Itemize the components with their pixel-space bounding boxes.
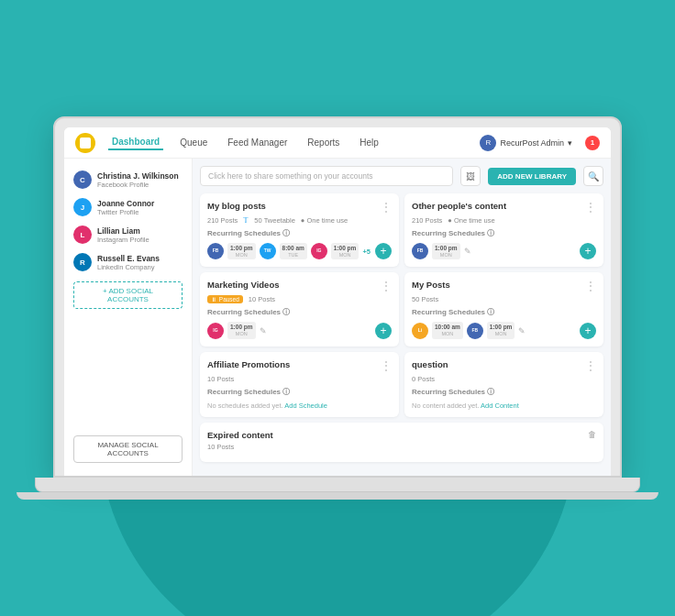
manage-social-accounts-button[interactable]: MANAGE SOCIAL ACCOUNTS — [73, 435, 183, 463]
notification-badge[interactable]: 1 — [585, 136, 600, 150]
delete-icon[interactable]: 🗑 — [588, 430, 596, 439]
image-icon[interactable]: 🖼 — [460, 166, 481, 186]
schedule-avatar: IG — [311, 243, 327, 259]
sidebar-item-joanne[interactable]: J Joanne Connor Twitter Profile — [64, 193, 192, 221]
schedule-avatar: FB — [467, 323, 483, 339]
search-bar: Click here to share something on your ac… — [200, 166, 603, 186]
app: Dashboard Queue Feed Manager Reports Hel… — [64, 127, 611, 476]
add-social-button[interactable]: + ADD SOCIAL ACCOUNTS — [73, 281, 183, 309]
library-card-expired-content: Expired content 🗑 10 Posts — [200, 423, 603, 462]
card-title: My Posts — [412, 280, 450, 290]
avatar: L — [73, 226, 92, 244]
edit-icon[interactable]: ✎ — [464, 247, 471, 256]
account-type: LinkedIn Company — [97, 263, 160, 271]
posts-count: 0 Posts — [412, 375, 435, 383]
add-schedule-button[interactable]: + — [375, 243, 392, 259]
schedules-row: No schedules added yet. Add Schedule — [207, 402, 392, 410]
add-schedule-button[interactable]: + — [580, 243, 596, 259]
nav-user[interactable]: R RecurPost Admin ▾ — [480, 135, 572, 151]
edit-icon[interactable]: ✎ — [260, 326, 267, 336]
logo-icon — [75, 133, 95, 153]
laptop-foot — [17, 492, 658, 500]
schedule-avatar: Li — [412, 323, 428, 339]
schedule-time: 1:00 pmMON — [227, 322, 256, 338]
sidebar-item-christina[interactable]: C Christina J. Wilkinson Facebook Profil… — [64, 166, 192, 193]
schedules-label: Recurring Schedules ⓘ — [207, 307, 392, 317]
chevron-down-icon: ▾ — [568, 138, 572, 148]
schedule-time: 1:00 pmMON — [487, 322, 515, 338]
navbar: Dashboard Queue Feed Manager Reports Hel… — [64, 127, 611, 159]
nav-reports[interactable]: Reports — [304, 136, 343, 149]
avatar: C — [73, 170, 92, 189]
nav-queue[interactable]: Queue — [176, 136, 211, 149]
posts-count: 210 Posts — [412, 216, 442, 225]
main: C Christina J. Wilkinson Facebook Profil… — [64, 159, 611, 476]
nav-feed-manager[interactable]: Feed Manager — [224, 136, 291, 149]
edit-icon[interactable]: ✎ — [518, 326, 526, 336]
user-name-label: RecurPost Admin — [500, 138, 564, 148]
card-title: Other people's content — [412, 201, 506, 211]
card-title: Expired content — [207, 430, 273, 440]
schedules-label: Recurring Schedules ⓘ — [412, 387, 596, 397]
twitter-icon: 𝕋 — [243, 216, 249, 225]
account-name: Joanne Connor — [97, 199, 154, 208]
search-icon[interactable]: 🔍 — [583, 166, 603, 186]
schedules-label: Recurring Schedules ⓘ — [412, 228, 596, 238]
schedules-row: IG 1:00 pmMON ✎ + — [207, 322, 392, 338]
schedules-row: No content added yet. Add Content — [412, 402, 596, 410]
posts-count: 50 Posts — [412, 295, 438, 303]
no-schedule-text: No schedules added yet. Add Schedule — [207, 402, 327, 410]
account-type: Twitter Profile — [97, 208, 154, 216]
posts-count: 10 Posts — [207, 375, 234, 383]
more-menu-icon[interactable]: ⋮ — [381, 280, 392, 292]
card-title: question — [412, 359, 448, 369]
add-schedule-button[interactable]: + — [375, 323, 392, 339]
logo-inner — [80, 138, 91, 148]
nav-dashboard[interactable]: Dashboard — [108, 135, 163, 150]
account-name: Russell E. Evans — [97, 254, 160, 263]
account-type: Instagram Profile — [97, 236, 149, 244]
share-input[interactable]: Click here to share something on your ac… — [200, 166, 453, 186]
paused-badge: ⏸ Paused — [207, 295, 243, 303]
library-card-my-posts: My Posts ⋮ 50 Posts Recurring Schedules … — [404, 272, 603, 346]
more-menu-icon[interactable]: ⋮ — [381, 201, 392, 214]
one-time-use: ● One time use — [448, 216, 494, 225]
posts-count: 210 Posts — [207, 216, 238, 225]
schedule-time: 1:00 pmMON — [331, 243, 360, 259]
more-menu-icon[interactable]: ⋮ — [585, 201, 596, 214]
no-content-text: No content added yet. Add Content — [412, 402, 519, 410]
extra-schedules-count: +5 — [362, 248, 371, 256]
add-schedule-button[interactable]: + — [580, 323, 596, 339]
nav-help[interactable]: Help — [356, 136, 382, 149]
content-area: Click here to share something on your ac… — [193, 159, 611, 476]
one-time-use: ● One time use — [301, 216, 348, 225]
tweetable-count: 50 Tweetable — [254, 216, 294, 225]
more-menu-icon[interactable]: ⋮ — [585, 280, 596, 292]
more-menu-icon[interactable]: ⋮ — [381, 359, 392, 372]
add-schedule-link[interactable]: Add Schedule — [284, 402, 327, 410]
posts-count: 10 Posts — [207, 443, 234, 451]
sidebar-item-russell[interactable]: R Russell E. Evans LinkedIn Company — [64, 248, 192, 276]
schedules-label: Recurring Schedules ⓘ — [207, 228, 392, 238]
schedules-label: Recurring Schedules ⓘ — [412, 307, 596, 317]
sidebar-item-lillian[interactable]: L Lillian Liam Instagram Profile — [64, 221, 192, 248]
schedule-time: 1:00 pmMON — [432, 243, 460, 259]
account-type: Facebook Profile — [97, 181, 179, 189]
schedule-time: 10:00 amMON — [432, 322, 463, 338]
laptop-wrapper: Dashboard Queue Feed Manager Reports Hel… — [17, 116, 658, 500]
screen-inner: Dashboard Queue Feed Manager Reports Hel… — [64, 127, 611, 476]
add-library-button[interactable]: ADD NEW LIBRARY — [488, 168, 576, 185]
more-menu-icon[interactable]: ⋮ — [585, 359, 596, 372]
schedules-row: Li 10:00 amMON FB 1:00 pmMON ✎ — [412, 322, 596, 338]
library-card-my-blog-posts: My blog posts ⋮ 210 Posts 𝕋 50 Tweetable… — [200, 193, 399, 267]
account-name: Christina J. Wilkinson — [97, 171, 179, 181]
laptop-screen: Dashboard Queue Feed Manager Reports Hel… — [53, 116, 622, 478]
schedule-avatar: IG — [207, 323, 224, 339]
sidebar: C Christina J. Wilkinson Facebook Profil… — [64, 159, 193, 476]
schedule-avatar: TW — [260, 243, 276, 259]
add-content-link[interactable]: Add Content — [481, 402, 519, 410]
library-card-affiliate-promotions: Affiliate Promotions ⋮ 10 Posts Recurrin… — [200, 352, 399, 417]
schedule-avatar: FB — [207, 243, 224, 259]
laptop-base — [35, 478, 640, 492]
avatar: R — [73, 253, 92, 271]
